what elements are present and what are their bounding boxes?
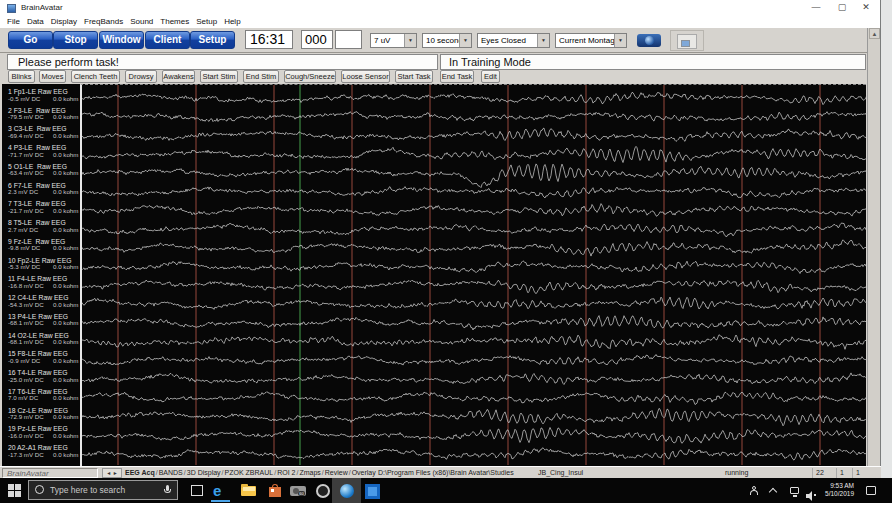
tab-3d-display[interactable]: 3D Display (187, 469, 221, 476)
run-state: running (725, 468, 748, 478)
channel-label[interactable]: 4 P3-LE Raw EEG-71.7 mV DC0.0 kohm (8, 144, 80, 162)
channel-label[interactable]: 7 T3-LE Raw EEG-21.7 mV DC0.0 kohm (8, 200, 80, 218)
eeg-trace (82, 280, 868, 293)
channel-label[interactable]: 8 T5-LE Raw EEG2.7 mV DC0.0 kohm (8, 219, 80, 237)
event-edit-button[interactable]: Edit (481, 70, 500, 83)
volume-icon[interactable] (806, 487, 818, 505)
statusbar-cell: 1 (836, 468, 850, 478)
setup-button[interactable]: Setup (190, 31, 235, 49)
camera-button[interactable] (633, 30, 667, 51)
event-awakens-button[interactable]: Awakens (162, 70, 195, 83)
snapshot-button[interactable] (670, 30, 704, 51)
taskbar-clock[interactable]: 9:53 AM 5/10/2019 (818, 482, 854, 498)
chevron-up-icon[interactable] (769, 488, 777, 496)
tab-review[interactable]: Review (325, 469, 348, 476)
eeg-trace (82, 355, 868, 366)
eeg-trace-area[interactable] (80, 84, 866, 466)
event-moves-button[interactable]: Moves (39, 70, 66, 83)
menu-help[interactable]: Help (224, 16, 240, 28)
client-button[interactable]: Client (145, 31, 190, 49)
channel-label[interactable]: 20 A2-A1 Raw EEG-17.3 mV DC0.0 kohm (8, 444, 80, 462)
status-bar: BrainAvatar ◄ ► EEG Acq/BANDS/3D Display… (0, 466, 881, 478)
channel-label[interactable]: 19 Pz-LE Raw EEG-16.0 mV DC0.0 kohm (8, 425, 80, 443)
timebase-select[interactable]: 10 seconds▼ (422, 33, 472, 48)
channel-label[interactable]: 13 P4-LE Raw EEG-68.1 mV DC0.0 kohm (8, 313, 80, 331)
people-icon[interactable] (750, 486, 758, 495)
system-tray: 9:53 AM 5/10/2019 (0, 478, 892, 503)
study-path: D:\Program Files (x86)\Brain Avatar\Stud… (378, 468, 514, 478)
network-icon[interactable] (790, 487, 799, 494)
menu-file[interactable]: File (7, 16, 20, 28)
eeg-trace (82, 187, 868, 198)
tab-scroll-buttons[interactable]: ◄ ► (102, 468, 122, 478)
channel-label[interactable]: 17 T6-LE Raw EEG7.0 mV DC0.0 kohm (8, 388, 80, 406)
menu-bar: FileDataDisplayFreqBandsSoundThemesSetup… (0, 16, 880, 28)
window-button[interactable]: Window (99, 31, 144, 49)
channel-label[interactable]: 5 O1-LE Raw EEG-63.4 mV DC0.0 kohm (8, 163, 80, 181)
eeg-trace (82, 408, 868, 425)
time-display: 16:31 (245, 30, 293, 49)
counter-display: 000 (301, 30, 333, 49)
channel-label[interactable]: 9 Fz-LE Raw EEG-9.8 mV DC0.0 kohm (8, 238, 80, 256)
eeg-trace (82, 297, 868, 309)
channel-label[interactable]: 16 T4-LE Raw EEG-25.0 mV DC0.0 kohm (8, 369, 80, 387)
tab-overlay[interactable]: Overlay (352, 469, 376, 476)
sensitivity-select[interactable]: 7 uV▼ (370, 33, 417, 48)
event-drowsy-button[interactable]: Drowsy (125, 70, 157, 83)
minimize-button[interactable]: — (806, 1, 826, 14)
eeg-trace (82, 448, 868, 460)
menu-setup[interactable]: Setup (196, 16, 217, 28)
statusbar-cell: 1 (852, 468, 866, 478)
go-button[interactable]: Go (8, 31, 53, 49)
mode-message: In Training Mode (440, 54, 866, 70)
event-end-stim-button[interactable]: End Stim (243, 70, 279, 83)
eeg-display: 1 Fp1-LE Raw EEG-0.5 mV DC0.0 kohm2 F3-L… (2, 84, 866, 466)
chevron-down-icon[interactable]: ▼ (537, 34, 549, 47)
channel-label[interactable]: 2 F3-LE Raw EEG-79.5 mV DC0.0 kohm (8, 107, 80, 125)
chevron-down-icon[interactable]: ▼ (404, 34, 416, 47)
condition-select[interactable]: Eyes Closed▼ (477, 33, 550, 48)
vertical-scrollbar[interactable]: ▲ ▼ (867, 28, 880, 477)
maximize-button[interactable]: ▢ (832, 1, 852, 14)
channel-label[interactable]: 18 Cz-LE Raw EEG-72.9 mV DC0.0 kohm (8, 407, 80, 425)
scroll-up-icon[interactable]: ▲ (869, 28, 880, 39)
eeg-trace (82, 392, 868, 405)
tab-zmaps[interactable]: Zmaps (299, 469, 320, 476)
channel-label[interactable]: 6 F7-LE Raw EEG2.3 mV DC0.0 kohm (8, 182, 80, 200)
desktop-background (881, 0, 892, 478)
menu-display[interactable]: Display (51, 16, 77, 28)
event-end-task-button[interactable]: End Task (440, 70, 474, 83)
close-button[interactable]: ✕ (856, 1, 876, 14)
channel-label[interactable]: 15 F8-LE Raw EEG-0.9 mV DC0.0 kohm (8, 350, 80, 368)
eeg-trace (82, 223, 868, 236)
tab-pzok-zbraul[interactable]: PZOK ZBRAUL (225, 469, 274, 476)
action-center-icon[interactable] (866, 486, 876, 495)
tab-roi-2[interactable]: ROI 2 (277, 469, 295, 476)
app-icon (7, 4, 16, 13)
montage-select[interactable]: Current Montage▼ (555, 33, 627, 48)
event-start-stim-button[interactable]: Start Stim (200, 70, 238, 83)
menu-data[interactable]: Data (27, 16, 44, 28)
event-start-task-button[interactable]: Start Task (395, 70, 433, 83)
event-clench-teeth-button[interactable]: Clench Teeth (71, 70, 120, 83)
channel-label[interactable]: 11 F4-LE Raw EEG-16.8 mV DC0.0 kohm (8, 275, 80, 293)
tab-eeg-acq[interactable]: EEG Acq (125, 469, 155, 476)
toolbar: GoStopWindowClientSetup 16:31 000 7 uV▼ … (0, 28, 880, 53)
eeg-trace (82, 316, 868, 330)
tab-bands[interactable]: BANDS (159, 469, 183, 476)
channel-label[interactable]: 12 C4-LE Raw EEG-54.3 mV DC0.0 kohm (8, 294, 80, 312)
channel-label[interactable]: 14 O2-LE Raw EEG-68.1 mV DC0.0 kohm (8, 332, 80, 350)
event-cough-sneeze-button[interactable]: Cough/Sneeze (284, 70, 336, 83)
stop-button[interactable]: Stop (53, 31, 98, 49)
menu-themes[interactable]: Themes (160, 16, 189, 28)
event-loose-sensor-button[interactable]: Loose Sensor (341, 70, 390, 83)
channel-label[interactable]: 3 C3-LE Raw EEG-69.4 mV DC0.0 kohm (8, 125, 80, 143)
event-blinks-button[interactable]: Blinks (8, 70, 35, 83)
eeg-trace (82, 373, 868, 385)
menu-sound[interactable]: Sound (130, 16, 153, 28)
channel-label[interactable]: 1 Fp1-LE Raw EEG-0.5 mV DC0.0 kohm (8, 88, 80, 106)
channel-label[interactable]: 10 Fp2-LE Raw EEG-5.3 mV DC0.0 kohm (8, 257, 80, 275)
menu-freqbands[interactable]: FreqBands (84, 16, 123, 28)
chevron-down-icon[interactable]: ▼ (614, 34, 626, 47)
chevron-down-icon[interactable]: ▼ (459, 34, 471, 47)
